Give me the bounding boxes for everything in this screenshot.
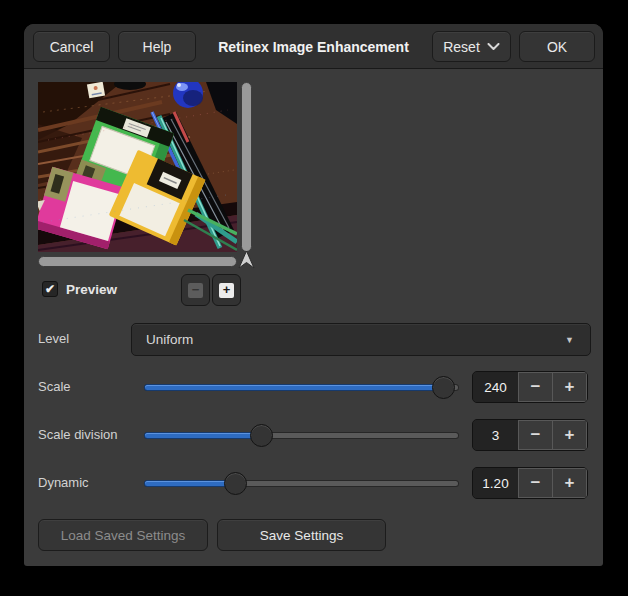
slider-fill [145, 433, 262, 438]
chevron-down-icon [487, 43, 500, 51]
dialog-titlebar: Retinex Image Enhancement Cancel Help Re… [24, 24, 603, 69]
cancel-button[interactable]: Cancel [33, 31, 110, 62]
slider-track[interactable] [145, 481, 458, 486]
scale-division-value-entry[interactable]: 3 [473, 420, 518, 450]
zoom-in-icon: + [219, 283, 234, 298]
ok-button[interactable]: OK [519, 31, 595, 62]
scale-decrement-button[interactable]: − [518, 372, 553, 402]
screen: { "window": { "title": "Retinex Image En… [0, 0, 628, 596]
preview-image[interactable] [38, 82, 237, 252]
scale-division-label: Scale division [38, 427, 118, 443]
scale-value-entry[interactable]: 240 [473, 372, 518, 402]
scale-division-increment-button[interactable]: + [552, 420, 587, 450]
preview-toggle[interactable]: ✔ Preview [42, 280, 117, 298]
vertical-scrollbar-thumb[interactable] [241, 82, 252, 252]
dynamic-spinbutton: 1.20 − + [472, 467, 588, 499]
slider-track[interactable] [145, 385, 458, 390]
preview-nav-corner-button[interactable] [237, 250, 256, 269]
nav-triangle-icon [237, 250, 256, 269]
zoom-out-button[interactable]: − [181, 274, 210, 306]
dynamic-slider[interactable] [145, 472, 458, 495]
slider-fill [145, 385, 444, 390]
zoom-in-button[interactable]: + [212, 274, 241, 306]
dropdown-arrow-icon: ▼ [565, 335, 574, 345]
level-dropdown[interactable]: Uniform ▼ [131, 323, 591, 356]
scale-division-spinbutton: 3 − + [472, 419, 588, 451]
slider-track[interactable] [145, 433, 458, 438]
preview-checkbox[interactable]: ✔ [42, 281, 58, 297]
dynamic-value-entry[interactable]: 1.20 [473, 468, 518, 498]
reset-button[interactable]: Reset [432, 31, 511, 62]
scale-division-decrement-button[interactable]: − [518, 420, 553, 450]
small-card [87, 82, 105, 98]
slider-handle[interactable] [224, 472, 247, 495]
zoom-out-icon: − [188, 283, 203, 298]
reset-button-label: Reset [443, 39, 480, 55]
dialog-window: Retinex Image Enhancement Cancel Help Re… [24, 24, 603, 566]
level-label: Level [38, 331, 69, 347]
scale-increment-button[interactable]: + [552, 372, 587, 402]
scale-label: Scale [38, 379, 71, 395]
preview-horizontal-scrollbar[interactable] [38, 256, 237, 268]
slider-handle[interactable] [250, 424, 273, 447]
scale-division-slider[interactable] [145, 424, 458, 447]
preview-vertical-scrollbar[interactable] [240, 82, 253, 252]
slider-handle[interactable] [432, 376, 455, 399]
level-selected-value: Uniform [146, 332, 193, 347]
preview-checkbox-label[interactable]: Preview [66, 282, 117, 297]
load-settings-button[interactable]: Load Saved Settings [38, 519, 208, 551]
slider-fill [145, 481, 236, 486]
floppy-disks-photo [38, 82, 237, 252]
dynamic-decrement-button[interactable]: − [518, 468, 553, 498]
scale-spinbutton: 240 − + [472, 371, 588, 403]
scale-slider[interactable] [145, 376, 458, 399]
dynamic-label: Dynamic [38, 475, 89, 491]
save-settings-button[interactable]: Save Settings [217, 519, 386, 551]
check-icon: ✔ [45, 282, 55, 296]
horizontal-scrollbar-thumb[interactable] [38, 256, 237, 267]
help-button[interactable]: Help [118, 31, 196, 62]
dialog-title: Retinex Image Enhancement [24, 24, 603, 69]
dynamic-increment-button[interactable]: + [552, 468, 587, 498]
